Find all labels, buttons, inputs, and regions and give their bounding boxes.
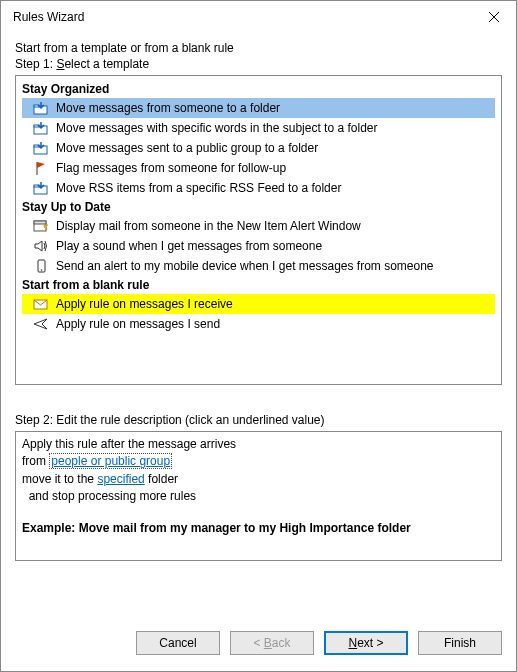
template-label: Move messages sent to a public group to … — [56, 141, 318, 155]
group-header-uptodate: Stay Up to Date — [22, 200, 495, 214]
template-flag-followup[interactable]: Flag messages from someone for follow-up — [22, 158, 495, 178]
close-icon — [489, 12, 499, 22]
move-to-folder-icon — [32, 140, 50, 156]
step2-label: Step 2: Edit the rule description (click… — [15, 413, 502, 427]
template-label: Apply rule on messages I receive — [56, 297, 233, 311]
desc-line3: move it to the specified folder — [22, 471, 495, 488]
template-move-from-someone[interactable]: Move messages from someone to a folder — [22, 98, 495, 118]
window-title: Rules Wizard — [13, 10, 472, 24]
template-apply-rule-send[interactable]: Apply rule on messages I send — [22, 314, 495, 334]
speaker-icon — [32, 238, 50, 254]
template-label: Flag messages from someone for follow-up — [56, 161, 286, 175]
svg-rect-12 — [34, 221, 46, 224]
step2-area: Step 2: Edit the rule description (click… — [15, 413, 502, 561]
desc-line4: and stop processing more rules — [22, 488, 495, 505]
template-label: Display mail from someone in the New Ite… — [56, 219, 361, 233]
template-label: Move messages with specific words in the… — [56, 121, 377, 135]
move-to-folder-icon — [32, 180, 50, 196]
button-row: Cancel < Back Next > Finish — [1, 617, 516, 671]
group-header-organized: Stay Organized — [22, 82, 495, 96]
template-label: Move messages from someone to a folder — [56, 101, 280, 115]
link-specified-folder[interactable]: specified — [97, 472, 144, 486]
step1-label: Step 1: Select a template — [15, 57, 502, 71]
template-apply-rule-receive[interactable]: Apply rule on messages I receive — [22, 294, 495, 314]
titlebar: Rules Wizard — [1, 1, 516, 33]
svg-point-14 — [41, 269, 43, 271]
template-label: Send an alert to my mobile device when I… — [56, 259, 434, 273]
envelope-icon — [32, 296, 50, 312]
template-new-item-alert[interactable]: Display mail from someone in the New Ite… — [22, 216, 495, 236]
template-label: Play a sound when I get messages from so… — [56, 239, 322, 253]
dialog-content: Start from a template or from a blank ru… — [1, 33, 516, 617]
rule-description-box[interactable]: Apply this rule after the message arrive… — [15, 431, 502, 561]
desc-example: Example: Move mail from my manager to my… — [22, 520, 495, 537]
back-button[interactable]: < Back — [230, 631, 314, 655]
rules-wizard-dialog: Rules Wizard Start from a template or fr… — [0, 0, 517, 672]
link-people-or-group[interactable]: people or public group — [49, 453, 172, 469]
next-button[interactable]: Next > — [324, 631, 408, 655]
template-move-public-group[interactable]: Move messages sent to a public group to … — [22, 138, 495, 158]
move-to-folder-icon — [32, 120, 50, 136]
desc-line2: from people or public group — [22, 453, 495, 470]
template-move-words-subject[interactable]: Move messages with specific words in the… — [22, 118, 495, 138]
mobile-device-icon — [32, 258, 50, 274]
alert-window-icon — [32, 218, 50, 234]
close-button[interactable] — [472, 1, 516, 33]
template-list[interactable]: Stay Organized Move messages from someon… — [15, 75, 502, 385]
template-label: Apply rule on messages I send — [56, 317, 220, 331]
finish-button[interactable]: Finish — [418, 631, 502, 655]
intro-text: Start from a template or from a blank ru… — [15, 41, 502, 55]
flag-icon — [32, 160, 50, 176]
template-mobile-alert[interactable]: Send an alert to my mobile device when I… — [22, 256, 495, 276]
template-label: Move RSS items from a specific RSS Feed … — [56, 181, 341, 195]
template-play-sound[interactable]: Play a sound when I get messages from so… — [22, 236, 495, 256]
group-header-blank: Start from a blank rule — [22, 278, 495, 292]
send-icon — [32, 316, 50, 332]
cancel-button[interactable]: Cancel — [136, 631, 220, 655]
move-to-folder-icon — [32, 100, 50, 116]
template-move-rss[interactable]: Move RSS items from a specific RSS Feed … — [22, 178, 495, 198]
desc-line1: Apply this rule after the message arrive… — [22, 436, 495, 453]
